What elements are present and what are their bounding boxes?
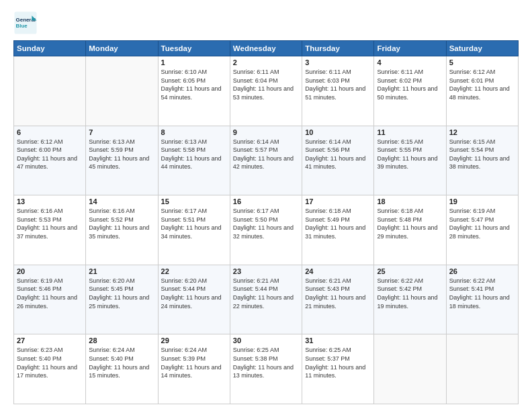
header: General Blue [13, 11, 519, 35]
day-number: 7 [89, 128, 154, 136]
calendar-cell: 30Sunrise: 6:25 AM Sunset: 5:38 PM Dayli… [230, 334, 302, 404]
cell-info: Sunrise: 6:19 AM Sunset: 5:47 PM Dayligh… [449, 207, 515, 240]
calendar-cell: 31Sunrise: 6:25 AM Sunset: 5:37 PM Dayli… [302, 334, 374, 404]
calendar-cell: 11Sunrise: 6:15 AM Sunset: 5:55 PM Dayli… [374, 126, 446, 195]
calendar-cell: 28Sunrise: 6:24 AM Sunset: 5:40 PM Dayli… [86, 334, 158, 404]
day-number: 9 [233, 128, 299, 136]
cell-info: Sunrise: 6:12 AM Sunset: 6:01 PM Dayligh… [449, 68, 515, 101]
day-number: 28 [89, 336, 154, 345]
calendar-cell: 4Sunrise: 6:11 AM Sunset: 6:02 PM Daylig… [374, 56, 446, 126]
day-number: 5 [449, 58, 515, 66]
cell-info: Sunrise: 6:22 AM Sunset: 5:42 PM Dayligh… [377, 277, 443, 310]
day-number: 21 [89, 267, 154, 275]
day-number: 31 [305, 336, 371, 345]
cell-info: Sunrise: 6:21 AM Sunset: 5:43 PM Dayligh… [305, 277, 371, 310]
calendar-table: SundayMondayTuesdayWednesdayThursdayFrid… [13, 40, 519, 404]
day-number: 24 [305, 267, 371, 275]
calendar-cell: 13Sunrise: 6:16 AM Sunset: 5:53 PM Dayli… [14, 195, 86, 265]
calendar-cell [86, 56, 158, 126]
cell-info: Sunrise: 6:11 AM Sunset: 6:02 PM Dayligh… [377, 68, 443, 101]
weekday-header-saturday: Saturday [446, 41, 518, 56]
cell-info: Sunrise: 6:18 AM Sunset: 5:49 PM Dayligh… [305, 207, 371, 240]
cell-info: Sunrise: 6:25 AM Sunset: 5:37 PM Dayligh… [305, 346, 371, 379]
cell-info: Sunrise: 6:10 AM Sunset: 6:05 PM Dayligh… [161, 68, 227, 101]
day-number: 12 [449, 128, 515, 136]
day-number: 18 [377, 197, 443, 205]
calendar-cell: 15Sunrise: 6:17 AM Sunset: 5:51 PM Dayli… [158, 195, 230, 265]
cell-info: Sunrise: 6:13 AM Sunset: 5:59 PM Dayligh… [89, 138, 154, 171]
day-number: 2 [233, 58, 299, 66]
weekday-header-wednesday: Wednesday [230, 41, 302, 56]
day-number: 15 [161, 197, 227, 205]
calendar-cell: 27Sunrise: 6:23 AM Sunset: 5:40 PM Dayli… [14, 334, 86, 404]
calendar-cell: 16Sunrise: 6:17 AM Sunset: 5:50 PM Dayli… [230, 195, 302, 265]
calendar-cell: 22Sunrise: 6:20 AM Sunset: 5:44 PM Dayli… [158, 265, 230, 334]
weekday-header-row: SundayMondayTuesdayWednesdayThursdayFrid… [14, 41, 519, 56]
calendar-cell: 25Sunrise: 6:22 AM Sunset: 5:42 PM Dayli… [374, 265, 446, 334]
logo: General Blue [13, 11, 38, 35]
cell-info: Sunrise: 6:14 AM Sunset: 5:57 PM Dayligh… [233, 138, 299, 171]
cell-info: Sunrise: 6:22 AM Sunset: 5:41 PM Dayligh… [449, 277, 515, 310]
cell-info: Sunrise: 6:23 AM Sunset: 5:40 PM Dayligh… [17, 346, 83, 379]
calendar-cell: 2Sunrise: 6:11 AM Sunset: 6:04 PM Daylig… [230, 56, 302, 126]
cell-info: Sunrise: 6:20 AM Sunset: 5:44 PM Dayligh… [161, 277, 227, 310]
logo-icon: General Blue [13, 11, 38, 35]
calendar-cell: 29Sunrise: 6:24 AM Sunset: 5:39 PM Dayli… [158, 334, 230, 404]
cell-info: Sunrise: 6:17 AM Sunset: 5:51 PM Dayligh… [161, 207, 227, 240]
weekday-header-thursday: Thursday [302, 41, 374, 56]
cell-info: Sunrise: 6:25 AM Sunset: 5:38 PM Dayligh… [233, 346, 299, 379]
day-number: 16 [233, 197, 299, 205]
calendar-cell: 1Sunrise: 6:10 AM Sunset: 6:05 PM Daylig… [158, 56, 230, 126]
day-number: 29 [161, 336, 227, 345]
page: General Blue SundayMondayTuesdayWednesda… [0, 0, 532, 411]
day-number: 22 [161, 267, 227, 275]
day-number: 25 [377, 267, 443, 275]
calendar-cell [446, 334, 518, 404]
day-number: 26 [449, 267, 515, 275]
day-number: 10 [305, 128, 371, 136]
calendar-cell: 6Sunrise: 6:12 AM Sunset: 6:00 PM Daylig… [14, 126, 86, 195]
calendar-cell: 24Sunrise: 6:21 AM Sunset: 5:43 PM Dayli… [302, 265, 374, 334]
weekday-header-tuesday: Tuesday [158, 41, 230, 56]
day-number: 1 [161, 58, 227, 66]
cell-info: Sunrise: 6:24 AM Sunset: 5:40 PM Dayligh… [89, 346, 154, 379]
day-number: 23 [233, 267, 299, 275]
cell-info: Sunrise: 6:24 AM Sunset: 5:39 PM Dayligh… [161, 346, 227, 379]
cell-info: Sunrise: 6:19 AM Sunset: 5:46 PM Dayligh… [17, 277, 83, 310]
weekday-header-monday: Monday [86, 41, 158, 56]
cell-info: Sunrise: 6:13 AM Sunset: 5:58 PM Dayligh… [161, 138, 227, 171]
calendar-week-row: 1Sunrise: 6:10 AM Sunset: 6:05 PM Daylig… [14, 56, 519, 126]
calendar-cell: 19Sunrise: 6:19 AM Sunset: 5:47 PM Dayli… [446, 195, 518, 265]
day-number: 27 [17, 336, 83, 345]
cell-info: Sunrise: 6:18 AM Sunset: 5:48 PM Dayligh… [377, 207, 443, 240]
calendar-cell: 9Sunrise: 6:14 AM Sunset: 5:57 PM Daylig… [230, 126, 302, 195]
day-number: 30 [233, 336, 299, 345]
cell-info: Sunrise: 6:14 AM Sunset: 5:56 PM Dayligh… [305, 138, 371, 171]
cell-info: Sunrise: 6:11 AM Sunset: 6:04 PM Dayligh… [233, 68, 299, 101]
cell-info: Sunrise: 6:11 AM Sunset: 6:03 PM Dayligh… [305, 68, 371, 101]
cell-info: Sunrise: 6:15 AM Sunset: 5:54 PM Dayligh… [449, 138, 515, 171]
day-number: 8 [161, 128, 227, 136]
calendar-cell: 5Sunrise: 6:12 AM Sunset: 6:01 PM Daylig… [446, 56, 518, 126]
day-number: 3 [305, 58, 371, 66]
cell-info: Sunrise: 6:16 AM Sunset: 5:52 PM Dayligh… [89, 207, 154, 240]
day-number: 6 [17, 128, 83, 136]
calendar-week-row: 27Sunrise: 6:23 AM Sunset: 5:40 PM Dayli… [14, 334, 519, 404]
calendar-cell: 18Sunrise: 6:18 AM Sunset: 5:48 PM Dayli… [374, 195, 446, 265]
day-number: 13 [17, 197, 83, 205]
calendar-cell: 10Sunrise: 6:14 AM Sunset: 5:56 PM Dayli… [302, 126, 374, 195]
calendar-cell [374, 334, 446, 404]
calendar-cell [14, 56, 86, 126]
calendar-week-row: 13Sunrise: 6:16 AM Sunset: 5:53 PM Dayli… [14, 195, 519, 265]
calendar-cell: 26Sunrise: 6:22 AM Sunset: 5:41 PM Dayli… [446, 265, 518, 334]
calendar-cell: 7Sunrise: 6:13 AM Sunset: 5:59 PM Daylig… [86, 126, 158, 195]
calendar-cell: 8Sunrise: 6:13 AM Sunset: 5:58 PM Daylig… [158, 126, 230, 195]
calendar-cell: 21Sunrise: 6:20 AM Sunset: 5:45 PM Dayli… [86, 265, 158, 334]
day-number: 20 [17, 267, 83, 275]
calendar-week-row: 20Sunrise: 6:19 AM Sunset: 5:46 PM Dayli… [14, 265, 519, 334]
day-number: 14 [89, 197, 154, 205]
cell-info: Sunrise: 6:20 AM Sunset: 5:45 PM Dayligh… [89, 277, 154, 310]
cell-info: Sunrise: 6:21 AM Sunset: 5:44 PM Dayligh… [233, 277, 299, 310]
weekday-header-sunday: Sunday [14, 41, 86, 56]
cell-info: Sunrise: 6:17 AM Sunset: 5:50 PM Dayligh… [233, 207, 299, 240]
